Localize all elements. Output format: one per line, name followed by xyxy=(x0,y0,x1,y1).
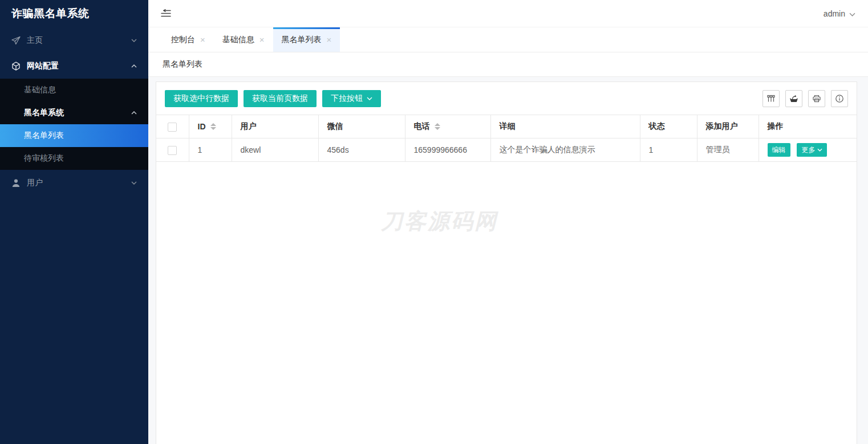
cell-phone: 165999966666 xyxy=(405,139,490,162)
sort-icon xyxy=(435,123,440,130)
column-header-detail: 详细 xyxy=(490,115,640,139)
sidebar-item-user[interactable]: 用户 xyxy=(0,170,148,195)
sidebar-item-site-config[interactable]: 网站配置 xyxy=(0,53,148,79)
print-icon[interactable] xyxy=(808,90,825,107)
cell-wechat: 456ds xyxy=(318,139,405,162)
tab-label: 控制台 xyxy=(171,35,195,45)
sidebar-item-blacklist-list[interactable]: 黑名单列表 xyxy=(0,124,148,147)
column-header-phone[interactable]: 电话 xyxy=(405,115,490,139)
select-all-checkbox[interactable] xyxy=(168,123,177,132)
close-icon[interactable]: × xyxy=(327,35,332,44)
main-area: admin 控制台 × 基础信息 × 黑名单列表 × 黑名单列表 获取选中行数据 xyxy=(148,0,868,444)
button-label: 获取选中行数据 xyxy=(173,93,229,104)
row-checkbox[interactable] xyxy=(168,146,177,155)
column-label: 操作 xyxy=(768,121,784,131)
sort-icon xyxy=(210,123,216,130)
site-config-submenu: 基础信息 黑名单系统 黑名单列表 待审核列表 xyxy=(0,79,148,170)
column-label: 电话 xyxy=(414,121,430,132)
column-header-user: 用户 xyxy=(232,115,318,139)
column-header-id[interactable]: ID xyxy=(189,115,232,139)
export-icon[interactable] xyxy=(785,90,802,107)
sidebar-item-label: 网站配置 xyxy=(27,61,59,71)
cell-actions: 编辑 更多 xyxy=(759,139,857,162)
sidebar-item-label: 黑名单系统 xyxy=(24,108,64,118)
sidebar-item-label: 基础信息 xyxy=(24,85,56,95)
tab-basic-info[interactable]: 基础信息 × xyxy=(214,27,273,52)
chevron-down-icon xyxy=(367,97,372,100)
get-selected-rows-button[interactable]: 获取选中行数据 xyxy=(165,90,238,107)
page-title: 黑名单列表 xyxy=(163,59,202,70)
table-tool-icons xyxy=(762,90,848,107)
username: admin xyxy=(824,9,845,18)
sidebar-collapse-icon[interactable] xyxy=(161,9,171,18)
tab-label: 黑名单列表 xyxy=(282,35,322,45)
sidebar-item-label: 主页 xyxy=(27,35,43,46)
chevron-down-icon xyxy=(817,148,822,152)
user-dropdown[interactable]: admin xyxy=(824,9,855,18)
chevron-up-icon xyxy=(131,64,137,68)
filter-columns-icon[interactable] xyxy=(762,90,780,107)
select-all-cell xyxy=(156,115,189,139)
column-header-status: 状态 xyxy=(640,115,697,139)
sidebar: 诈骗黑名单系统 主页 网站配置 基础信息 黑名单系统 xyxy=(0,0,148,444)
sidebar-item-label: 用户 xyxy=(27,178,43,188)
cell-detail: 这个是个诈骗人的信息演示 xyxy=(490,139,640,162)
table-header-row: ID 用户 微信 电话 xyxy=(156,115,857,139)
button-label: 下拉按钮 xyxy=(331,93,363,104)
blacklist-table: ID 用户 微信 电话 xyxy=(156,115,857,162)
tab-bar: 控制台 × 基础信息 × 黑名单列表 × xyxy=(148,27,868,52)
more-button[interactable]: 更多 xyxy=(797,143,827,157)
top-header: admin xyxy=(148,0,868,27)
column-header-wechat: 微信 xyxy=(318,115,405,139)
chevron-down-icon xyxy=(131,181,137,185)
button-label: 获取当前页数据 xyxy=(252,93,308,104)
close-icon[interactable]: × xyxy=(259,35,265,44)
paper-plane-icon xyxy=(11,36,21,45)
column-label: 详细 xyxy=(500,121,516,131)
content-area: 获取选中行数据 获取当前页数据 下拉按钮 xyxy=(148,77,868,444)
table-toolbar: 获取选中行数据 获取当前页数据 下拉按钮 xyxy=(156,82,857,115)
user-icon xyxy=(11,178,21,188)
close-icon[interactable]: × xyxy=(200,35,205,44)
column-label: 用户 xyxy=(241,121,257,131)
sidebar-item-basic-info[interactable]: 基础信息 xyxy=(0,79,148,101)
button-label: 编辑 xyxy=(772,145,786,155)
row-select-cell xyxy=(156,139,189,162)
sidebar-item-label: 黑名单列表 xyxy=(24,131,64,141)
column-label: 添加用户 xyxy=(706,121,738,131)
table-row: 1 dkewl 456ds 165999966666 这个是个诈骗人的信息演示 … xyxy=(156,139,857,162)
sidebar-item-pending-list[interactable]: 待审核列表 xyxy=(0,147,148,170)
column-label: 状态 xyxy=(649,121,665,131)
tab-console[interactable]: 控制台 × xyxy=(163,27,214,52)
chevron-up-icon xyxy=(131,111,137,115)
sidebar-item-home[interactable]: 主页 xyxy=(0,27,148,53)
tab-label: 基础信息 xyxy=(222,35,254,45)
column-label: 微信 xyxy=(327,121,343,131)
sidebar-item-label: 待审核列表 xyxy=(24,153,64,164)
column-label: ID xyxy=(198,122,206,131)
cell-added-by: 管理员 xyxy=(697,139,759,162)
cell-user: dkewl xyxy=(232,139,318,162)
column-header-actions: 操作 xyxy=(759,115,857,139)
button-label: 更多 xyxy=(801,145,815,155)
cube-icon xyxy=(11,62,21,71)
info-icon[interactable] xyxy=(831,90,848,107)
cell-status: 1 xyxy=(640,139,697,162)
table-card: 获取选中行数据 获取当前页数据 下拉按钮 xyxy=(156,82,857,444)
breadcrumb: 黑名单列表 xyxy=(148,52,868,77)
chevron-down-icon xyxy=(849,9,855,18)
column-header-added-by: 添加用户 xyxy=(697,115,759,139)
tab-blacklist-list[interactable]: 黑名单列表 × xyxy=(273,27,340,52)
get-current-page-button[interactable]: 获取当前页数据 xyxy=(244,90,317,107)
chevron-down-icon xyxy=(131,39,137,42)
sidebar-item-blacklist-system[interactable]: 黑名单系统 xyxy=(0,101,148,124)
app-title: 诈骗黑名单系统 xyxy=(0,0,148,27)
cell-id: 1 xyxy=(189,139,232,162)
edit-button[interactable]: 编辑 xyxy=(768,143,790,157)
dropdown-button[interactable]: 下拉按钮 xyxy=(322,90,381,107)
